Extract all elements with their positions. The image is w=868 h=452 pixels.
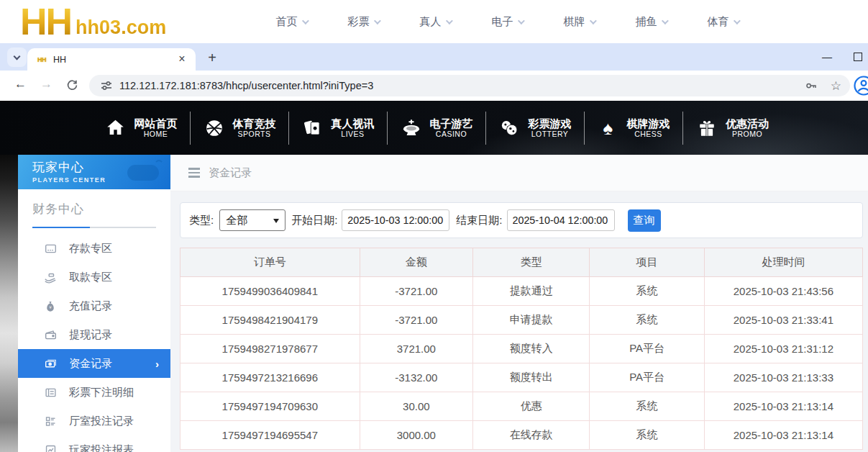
cell-project: PA平台 [590, 363, 704, 392]
site-info-icon[interactable] [101, 80, 112, 91]
menu-label: 厅室投注记录 [69, 415, 134, 428]
bookmark-star-icon[interactable]: ☆ [831, 78, 841, 94]
nav-zh-label: 优惠活动 [726, 117, 769, 130]
site-logo[interactable]: HH hh03.com [20, 1, 166, 42]
clipboard-list-icon [44, 415, 57, 428]
cell-amount: -3721.00 [360, 277, 473, 306]
cell-type: 优惠 [473, 392, 590, 421]
top-nav-item-sports[interactable]: 体育 [708, 15, 739, 29]
tab-search-chevron-button[interactable] [7, 48, 27, 67]
address-bar[interactable]: 112.121.172.181:8783/hhcp/usercenter.htm… [89, 75, 850, 96]
playing-cards-icon [302, 118, 324, 137]
site-header: HH hh03.com 首页 彩票 真人 电子 棋牌 捕鱼 体育 [0, 0, 868, 43]
main-nav-item-chess[interactable]: ♠ 棋牌游戏CHESS [585, 112, 683, 145]
cell-order-no: 1759497194709630 [181, 392, 360, 421]
wallet-icon [44, 329, 57, 341]
gift-icon [696, 119, 718, 137]
chevron-down-icon [661, 17, 668, 24]
nav-en-label: LIVES [341, 130, 364, 138]
roulette-icon [401, 118, 422, 138]
list-detail-icon [44, 387, 57, 399]
main-nav-item-lives[interactable]: 真人视讯LIVES [289, 112, 388, 145]
window-controls: — [822, 43, 862, 71]
url-text[interactable]: 112.121.172.181:8783/hhcp/usercenter.htm… [119, 80, 805, 91]
main-nav-item-lottery[interactable]: 彩票游戏LOTTERY [486, 112, 585, 145]
top-nav-label: 体育 [708, 15, 729, 29]
players-center-header: 玩家中心 PLAYERS CENTER [18, 155, 170, 189]
chevron-down-icon [733, 17, 740, 24]
menu-label: 玩家投注报表 [69, 443, 134, 452]
cell-process-time: 2025-10-03 21:13:33 [704, 363, 862, 392]
cell-project: 系统 [590, 277, 704, 306]
main-nav-item-sports[interactable]: 体育竞技SPORTS [191, 112, 289, 145]
sidebar-item-deposit[interactable]: 存款专区 [18, 234, 170, 263]
banknote-icon [44, 358, 57, 370]
password-key-icon[interactable] [805, 79, 818, 92]
sidebar-item-lottery-bet-details[interactable]: 彩票下注明细 [18, 378, 170, 407]
top-nav-item-chess[interactable]: 棋牌 [564, 15, 595, 29]
hand-money-icon [44, 271, 57, 284]
menu-label: 资金记录 [69, 357, 112, 371]
cell-process-time: 2025-10-03 21:13:14 [704, 392, 862, 421]
gamepad-icon [123, 158, 163, 189]
chevron-down-icon [301, 17, 309, 24]
chevron-right-icon: › [155, 358, 159, 370]
top-nav-item-lottery[interactable]: 彩票 [348, 15, 379, 29]
end-date-input[interactable] [507, 209, 615, 231]
sidebar-item-player-bet-report[interactable]: 玩家投注报表 [18, 435, 170, 452]
table-row: 175949719470963030.00优惠系统2025-10-03 21:1… [181, 392, 863, 421]
sidebar-item-recharge-records[interactable]: ¥ 充值记录 [18, 291, 170, 320]
nav-en-label: CASINO [436, 130, 467, 138]
sidebar-menu: 存款专区 取款专区 ¥ 充值记录 提现记录 资金记录 › [18, 234, 170, 452]
tab-title: HH [53, 55, 175, 65]
chevron-down-icon [589, 17, 596, 24]
browser-tab[interactable]: HH HH × [27, 48, 196, 71]
top-nav-label: 电子 [492, 15, 513, 29]
cell-type: 提款通过 [473, 277, 590, 306]
cell-type: 额度转入 [473, 335, 590, 363]
menu-label: 彩票下注明细 [69, 386, 134, 399]
cell-type: 申请提款 [473, 306, 590, 335]
reload-icon[interactable] [66, 79, 78, 95]
col-type: 类型 [473, 248, 590, 277]
cell-process-time: 2025-10-03 21:43:56 [704, 277, 862, 306]
tab-close-icon[interactable]: × [175, 53, 188, 66]
top-nav-item-live[interactable]: 真人 [420, 15, 451, 29]
lottery-balls-icon [499, 118, 521, 137]
page-body: 玩家中心 PLAYERS CENTER 财务中心 存款专区 取款专区 [0, 155, 868, 452]
forward-button[interactable]: → [40, 77, 52, 91]
menu-icon[interactable] [188, 168, 200, 178]
screen: HH hh03.com 首页 彩票 真人 电子 棋牌 捕鱼 体育 HH HH ×… [0, 0, 868, 452]
nav-en-label: HOME [144, 130, 168, 138]
main-nav-item-home[interactable]: 网站首页HOME [92, 112, 191, 145]
sidebar-item-hall-bet-records[interactable]: 厅室投注记录 [18, 407, 170, 435]
top-nav-item-home[interactable]: 首页 [276, 15, 307, 29]
cell-project: PA平台 [590, 335, 704, 363]
chevron-down-icon [373, 17, 380, 24]
report-chart-icon [44, 444, 57, 452]
top-nav-label: 捕鱼 [636, 15, 657, 29]
new-tab-button[interactable]: + [203, 48, 221, 67]
sidebar-item-funds-records[interactable]: 资金记录 › [18, 349, 170, 378]
content-area: 资金记录 类型: 全部 开始日期: 结束日期: 查询 订单号 [170, 155, 868, 452]
type-select[interactable]: 全部 [219, 209, 285, 231]
window-minimize-button[interactable]: — [822, 53, 832, 60]
profile-avatar-icon[interactable] [853, 75, 868, 99]
start-date-input[interactable] [342, 209, 449, 231]
cell-type: 在线存款 [473, 421, 590, 450]
nav-zh-label: 体育竞技 [233, 117, 276, 130]
search-button[interactable]: 查询 [628, 209, 661, 232]
nav-en-label: PROMO [732, 130, 762, 138]
sidebar-item-withdrawal-records[interactable]: 提现记录 [18, 320, 170, 349]
window-maximize-button[interactable] [854, 53, 862, 61]
top-nav-item-fishing[interactable]: 捕鱼 [636, 15, 667, 29]
cell-order-no: 1759499036409841 [181, 277, 360, 306]
back-button[interactable]: ← [14, 77, 27, 91]
main-nav-item-casino[interactable]: 电子游艺CASINO [388, 112, 486, 145]
funds-table: 订单号 金额 类型 项目 处理时间 1759499036409841-3721.… [180, 248, 863, 450]
top-nav-item-electronic[interactable]: 电子 [492, 15, 523, 29]
sidebar-item-withdraw[interactable]: 取款专区 [18, 263, 170, 291]
browser-toolbar: ← → 112.121.172.181:8783/hhcp/usercenter… [0, 71, 868, 101]
cell-order-no: 1759498271978677 [181, 335, 360, 363]
main-nav-item-promo[interactable]: 优惠活动PROMO [683, 112, 782, 145]
